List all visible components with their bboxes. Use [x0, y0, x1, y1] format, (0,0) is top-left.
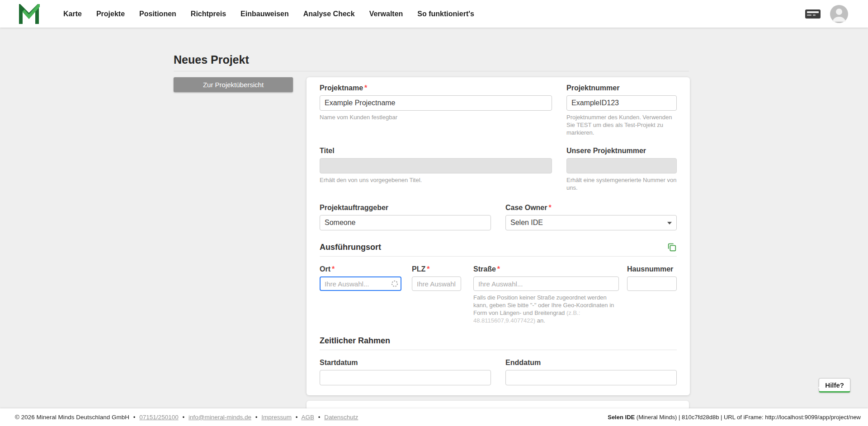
strasse-label: Straße*	[473, 265, 619, 274]
session-details: (Mineral Minds) | 810c7fd28d8b | URL of …	[635, 414, 861, 421]
field-case-owner: Case Owner* Selen IDE	[505, 203, 677, 230]
section-zeitlicher-rahmen-title: Zeitlicher Rahmen	[320, 336, 390, 346]
duplicate-icon[interactable]	[667, 242, 677, 252]
footer-link-agb[interactable]: AGB	[302, 414, 315, 421]
ort-input[interactable]	[320, 276, 401, 291]
projektnummer-label: Projektnummer	[566, 84, 677, 93]
separator-dot: •	[296, 414, 298, 421]
unsere-projektnummer-hint: Erhält eine systemgenerierte Nummer von …	[566, 176, 677, 192]
section-divider	[320, 350, 677, 350]
hausnummer-input[interactable]	[627, 276, 677, 291]
ort-label: Ort*	[320, 265, 401, 274]
card-terminal-icon[interactable]	[805, 8, 821, 20]
copyright-text: © 2026 Mineral Minds Deutschland GmbH	[15, 414, 129, 421]
footer-link-phone[interactable]: 07151/250100	[139, 414, 178, 421]
nav-richtpreis[interactable]: Richtpreis	[184, 5, 233, 23]
field-projektname: Projektname* Name vom Kunden festlegbar	[320, 84, 552, 136]
nav-analyse-check[interactable]: Analyse Check	[296, 5, 362, 23]
strasse-input[interactable]	[473, 276, 619, 291]
nav-positionen[interactable]: Positionen	[132, 5, 184, 23]
field-hausnummer: Hausnummer	[627, 265, 677, 291]
unsere-projektnummer-label: Unsere Projektnummer	[566, 146, 677, 155]
row-titel-unsere-nummer: Titel Erhält den von uns vorgegebenen Ti…	[320, 146, 677, 192]
row-name-number: Projektname* Name vom Kunden festlegbar …	[320, 84, 677, 136]
projektnummer-input[interactable]	[566, 95, 677, 111]
unsere-projektnummer-input	[566, 158, 677, 173]
field-startdatum: Startdatum	[320, 358, 491, 385]
enddatum-label: Enddatum	[505, 358, 677, 367]
titel-hint: Erhält den von uns vorgegebenen Titel.	[320, 176, 552, 184]
enddatum-input[interactable]	[505, 370, 677, 385]
separator-dot: •	[255, 414, 258, 421]
row-location: Ort* PLZ*	[320, 265, 677, 324]
main-content: Neues Projekt Zur Projektübersicht Proje…	[174, 0, 689, 411]
row-dates: Startdatum Enddatum	[320, 358, 677, 385]
strasse-hint: Falls die Position keiner Straße zugeord…	[473, 294, 619, 324]
required-marker: *	[364, 84, 367, 92]
chevron-down-icon	[667, 222, 672, 225]
field-strasse: Straße* Falls die Position keiner Straße…	[473, 265, 619, 324]
page-body: Zur Projektübersicht Projektname* Name v…	[174, 77, 689, 395]
section-ausfuehrungsort-title: Ausführungsort	[320, 243, 381, 252]
footer-left: © 2026 Mineral Minds Deutschland GmbH • …	[15, 414, 358, 421]
field-enddatum: Enddatum	[505, 358, 677, 385]
footer-link-email[interactable]: info@mineral-minds.de	[189, 414, 251, 421]
left-column: Zur Projektübersicht	[174, 77, 293, 92]
nav-karte[interactable]: Karte	[56, 5, 89, 23]
back-to-project-overview-button[interactable]: Zur Projektübersicht	[174, 77, 293, 92]
top-navbar: Karte Projekte Positionen Richtpreis Ein…	[0, 0, 868, 28]
title-divider	[174, 71, 689, 71]
field-unsere-projektnummer: Unsere Projektnummer Erhält eine systemg…	[566, 146, 677, 192]
user-avatar-icon[interactable]	[830, 5, 848, 23]
mineral-minds-logo-icon[interactable]	[18, 4, 40, 24]
projektname-hint: Name vom Kunden festlegbar	[320, 113, 552, 121]
page-title: Neues Projekt	[174, 53, 689, 66]
case-owner-label: Case Owner*	[505, 203, 677, 212]
required-marker: *	[497, 265, 500, 273]
nav-so-funktionierts[interactable]: So funktioniert's	[410, 5, 481, 23]
field-ort: Ort*	[320, 265, 401, 291]
session-info: Selen IDE (Mineral Minds) | 810c7fd28d8b…	[608, 414, 861, 421]
separator-dot: •	[133, 414, 136, 421]
main-navigation: Karte Projekte Positionen Richtpreis Ein…	[56, 5, 481, 23]
nav-projekte[interactable]: Projekte	[89, 5, 132, 23]
projektname-input[interactable]	[320, 95, 552, 111]
field-projektnummer: Projektnummer Projektnummer des Kunden. …	[566, 84, 677, 136]
ort-input-wrap	[320, 276, 401, 291]
required-marker: *	[427, 265, 429, 273]
required-marker: *	[548, 204, 551, 211]
field-projektauftraggeber: Projektauftraggeber	[320, 203, 491, 230]
nav-einbauweisen[interactable]: Einbauweisen	[233, 5, 296, 23]
case-owner-select[interactable]: Selen IDE	[505, 215, 677, 230]
separator-dot: •	[182, 414, 184, 421]
new-project-form-card: Projektname* Name vom Kunden festlegbar …	[307, 77, 690, 395]
footer-link-datenschutz[interactable]: Datenschutz	[324, 414, 358, 421]
section-zeitlicher-rahmen-header: Zeitlicher Rahmen	[320, 336, 677, 346]
projektname-label: Projektname*	[320, 84, 552, 93]
nav-verwalten[interactable]: Verwalten	[362, 5, 410, 23]
separator-dot: •	[318, 414, 321, 421]
help-button[interactable]: Hilfe?	[819, 378, 850, 393]
required-marker: *	[332, 265, 335, 273]
field-plz: PLZ*	[412, 265, 461, 291]
hausnummer-label: Hausnummer	[627, 265, 677, 274]
section-divider	[320, 256, 677, 257]
field-titel: Titel Erhält den von uns vorgegebenen Ti…	[320, 146, 552, 192]
session-user: Selen IDE	[608, 414, 635, 421]
navbar-right	[805, 5, 848, 23]
startdatum-input[interactable]	[320, 370, 491, 385]
projektauftraggeber-input[interactable]	[320, 215, 491, 230]
footer: © 2026 Mineral Minds Deutschland GmbH • …	[0, 408, 868, 426]
startdatum-label: Startdatum	[320, 358, 491, 367]
projektauftraggeber-label: Projektauftraggeber	[320, 203, 491, 212]
projektnummer-hint: Projektnummer des Kunden. Verwenden Sie …	[566, 113, 677, 136]
section-ausfuehrungsort-header: Ausführungsort	[320, 242, 677, 252]
plz-label: PLZ*	[412, 265, 461, 274]
plz-input[interactable]	[412, 276, 461, 291]
footer-link-impressum[interactable]: Impressum	[261, 414, 292, 421]
titel-label: Titel	[320, 146, 552, 155]
titel-input	[320, 158, 552, 173]
case-owner-selected-value: Selen IDE	[510, 219, 543, 227]
row-auftraggeber-owner: Projektauftraggeber Case Owner* Selen ID…	[320, 203, 677, 230]
